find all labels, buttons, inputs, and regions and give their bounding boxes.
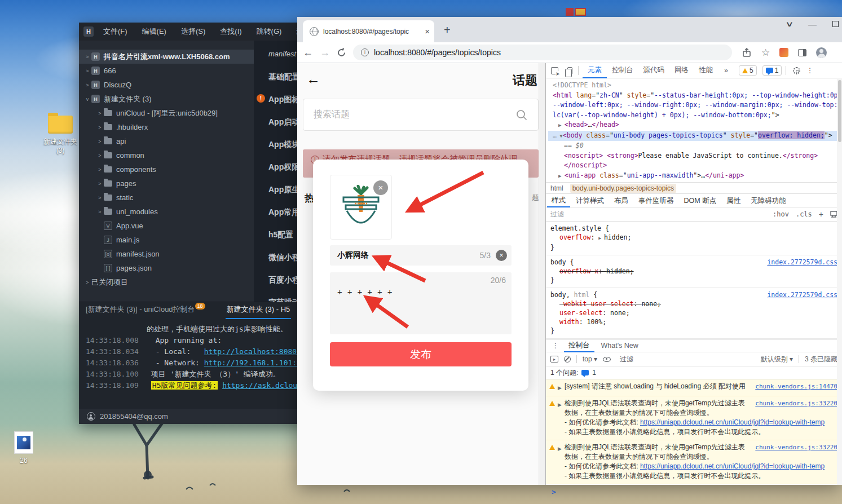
- styles-tab-5[interactable]: 属性: [722, 194, 745, 207]
- tree-item[interactable]: >pages: [79, 176, 254, 191]
- breadcrumb-html[interactable]: html: [550, 184, 563, 192]
- tree-item[interactable]: >.hbuilderx: [79, 120, 254, 134]
- log-level-select[interactable]: 默认级别 ▾: [761, 355, 793, 364]
- forward-button[interactable]: →: [320, 47, 330, 59]
- tree-item[interactable]: VApp.vue: [79, 219, 254, 233]
- console-tab-h5[interactable]: 新建文件夹 (3) - H5: [226, 302, 292, 319]
- console-sidebar-icon[interactable]: ▸: [550, 356, 558, 362]
- side-panel-icon[interactable]: [798, 49, 806, 56]
- console-prompt[interactable]: >: [546, 484, 842, 499]
- dom-node[interactable]: <html lang="zh-CN" style="--status-bar-h…: [548, 91, 842, 101]
- clear-name-icon[interactable]: ×: [496, 250, 507, 261]
- tree-item[interactable]: [ ]pages.json: [79, 261, 254, 275]
- tree-item[interactable]: >api: [79, 134, 254, 148]
- doc-link[interactable]: https://uniapp.dcloud.net.cn/uniCloud/jq…: [640, 418, 825, 426]
- dom-node[interactable]: ▶ <head>…</head>: [548, 120, 842, 131]
- profile-avatar[interactable]: [816, 47, 827, 58]
- css-property[interactable]: user-select: none;: [550, 308, 837, 317]
- dom-node[interactable]: … ▼<body class="uni-body pages-topics-to…: [548, 131, 842, 142]
- tree-item[interactable]: >static: [79, 191, 254, 205]
- devtools-tab-源代码[interactable]: 源代码: [638, 63, 670, 78]
- page-scrollbar[interactable]: [539, 63, 545, 485]
- topic-image-upload[interactable]: ×: [330, 175, 392, 240]
- window-minimize-button[interactable]: —: [808, 19, 817, 29]
- styles-filter-input[interactable]: 过滤: [550, 210, 564, 219]
- publish-button[interactable]: 发布: [330, 342, 512, 366]
- tree-item[interactable]: >uniCloud - [阿里云:unic5d0b29]: [79, 106, 254, 120]
- topic-search-input[interactable]: 搜索话题: [303, 99, 539, 131]
- css-property[interactable]: width: 100%;: [550, 317, 837, 326]
- devtools-tab-性能[interactable]: 性能: [694, 63, 718, 78]
- console-filter-input[interactable]: 过滤: [620, 355, 633, 364]
- drawer-tab-console[interactable]: 控制台: [564, 339, 594, 352]
- dom-node[interactable]: <!DOCTYPE html>: [548, 81, 842, 91]
- hov-toggle[interactable]: :hov: [773, 210, 789, 218]
- browser-tab[interactable]: localhost:8080/#/pages/topic ×: [303, 20, 434, 42]
- cls-toggle[interactable]: .cls: [796, 210, 812, 218]
- styles-tab-3[interactable]: 事件监听器: [634, 194, 678, 207]
- menu-文件(F)[interactable]: 文件(F): [96, 23, 135, 41]
- menu-编辑(E)[interactable]: 编辑(E): [135, 23, 174, 41]
- new-style-rule-icon[interactable]: +: [819, 210, 823, 219]
- new-tab-button[interactable]: +: [444, 25, 451, 35]
- bookmark-star-icon[interactable]: ☆: [761, 47, 770, 59]
- dom-node[interactable]: lc(var(--top-window-height) + 0px); --wi…: [548, 110, 842, 121]
- source-link[interactable]: chunk-vendors.js:33220: [755, 443, 837, 452]
- tree-item[interactable]: >components: [79, 162, 254, 176]
- warnings-badge[interactable]: 5: [739, 65, 757, 76]
- styles-tab-4[interactable]: DOM 断点: [680, 194, 721, 207]
- css-file-link[interactable]: index.2772579d.css: [767, 258, 837, 267]
- css-property[interactable]: overflow: ▶ hidden;: [550, 233, 837, 243]
- device-toolbar-icon[interactable]: [562, 65, 574, 76]
- css-property[interactable]: -webkit-user-select: none;: [550, 299, 837, 308]
- topic-name-input[interactable]: 小辉网络 5/3 ×: [330, 245, 512, 266]
- styles-tab-0[interactable]: 样式: [547, 194, 570, 207]
- css-file-link[interactable]: index.2772579d.css: [767, 290, 837, 299]
- tree-item[interactable]: >uni_modules: [79, 205, 254, 219]
- topic-desc-textarea[interactable]: 20/6 ++++++: [330, 272, 512, 334]
- devtools-tab-元素[interactable]: 元素: [583, 63, 607, 78]
- source-link[interactable]: chunk-vendors.js:14470: [755, 382, 837, 391]
- account-email[interactable]: 201855404@qq.com: [100, 412, 168, 421]
- devtools-tab-网络[interactable]: 网络: [669, 63, 694, 78]
- desktop-folder-icon[interactable]: 新建文件夹 (3): [42, 116, 78, 154]
- tree-item[interactable]: >H抖音名片引流xml-www.LXH5068.com: [79, 50, 254, 64]
- back-button[interactable]: ←: [303, 47, 313, 59]
- styles-tab-2[interactable]: 布局: [610, 194, 633, 207]
- dom-node[interactable]: </noscript>: [548, 161, 842, 171]
- inspect-element-icon[interactable]: [548, 65, 561, 76]
- issue-bubble-icon[interactable]: [581, 370, 589, 375]
- context-selector[interactable]: top ▾: [583, 355, 597, 363]
- breadcrumb-body[interactable]: body.uni-body.pages-topics-topics: [570, 184, 676, 193]
- devtools-kebab-icon[interactable]: ⋮: [804, 65, 816, 76]
- tab-close-icon[interactable]: ×: [425, 26, 430, 36]
- site-info-icon[interactable]: i: [361, 48, 369, 56]
- window-maximize-button[interactable]: [832, 21, 839, 27]
- dom-node[interactable]: ▶ <uni-app class="uni-app--maxwidth">…</…: [548, 171, 842, 182]
- live-expression-icon[interactable]: [603, 357, 611, 362]
- window-menu-chevron-icon[interactable]: ∨: [786, 20, 794, 28]
- reload-button[interactable]: [337, 48, 346, 58]
- devtools-scrollbar[interactable]: [837, 79, 842, 485]
- menu-跳转(G)[interactable]: 跳转(G): [249, 23, 289, 41]
- console-tab-unicloud[interactable]: [新建文件夹 (3)] - uniCloud控制台18: [85, 302, 206, 319]
- tree-item[interactable]: Jmain.js: [79, 233, 254, 247]
- share-icon[interactable]: [742, 48, 752, 58]
- address-bar[interactable]: i localhost:8080/#/pages/topics/topics: [353, 45, 732, 60]
- doc-link[interactable]: https://uniapp.dcloud.net.cn/uniCloud/jq…: [640, 462, 825, 470]
- drawer-tab-whatsnew[interactable]: What's New: [597, 340, 643, 352]
- desktop-image-icon[interactable]: 26: [7, 431, 41, 465]
- tree-item[interactable]: >H666: [79, 64, 254, 78]
- tree-item[interactable]: >common: [79, 148, 254, 162]
- dom-node[interactable]: == $0: [548, 141, 842, 151]
- dom-node[interactable]: <noscript> <strong>Please enable JavaScr…: [548, 151, 842, 161]
- tree-item[interactable]: [o]manifest.json: [79, 247, 254, 261]
- css-property[interactable]: overflow-x: hidden;: [550, 267, 837, 276]
- tree-item[interactable]: >HDiscuzQ: [79, 78, 254, 92]
- menu-查找(I)[interactable]: 查找(I): [213, 23, 249, 41]
- devtools-settings-icon[interactable]: [790, 65, 803, 76]
- more-tabs-icon[interactable]: »: [719, 64, 733, 78]
- tree-item[interactable]: vH新建文件夹 (3): [79, 92, 254, 106]
- drawer-kebab-icon[interactable]: ⋮: [549, 340, 562, 351]
- dom-node[interactable]: --window-left:0px; --window-right:0px; -…: [548, 100, 842, 110]
